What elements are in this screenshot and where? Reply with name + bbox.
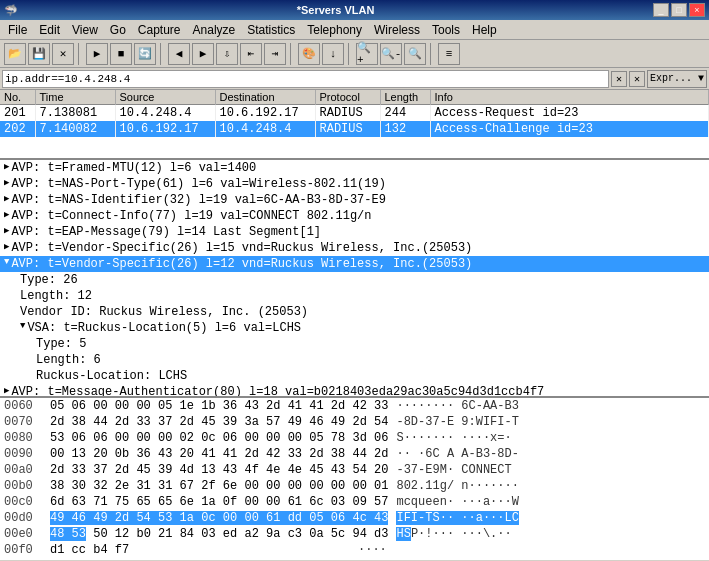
filter-bar: ✕ ✕ Expr... ▼: [0, 68, 709, 90]
stop-capture-button[interactable]: ■: [110, 43, 132, 65]
hex-line[interactable]: 00e048 53 50 12 b0 21 84 03 ed a2 9a c3 …: [0, 526, 709, 542]
menu-wireless[interactable]: Wireless: [368, 21, 426, 39]
close-button[interactable]: ×: [689, 3, 705, 17]
filter-input[interactable]: [2, 70, 609, 88]
filter-expr-label: Expr...: [650, 73, 692, 84]
menu-edit[interactable]: Edit: [33, 21, 66, 39]
menu-tools[interactable]: Tools: [426, 21, 466, 39]
menu-analyze[interactable]: Analyze: [187, 21, 242, 39]
col-source: Source: [115, 90, 215, 105]
hex-line[interactable]: 008053 06 06 00 00 00 02 0c 06 00 00 00 …: [0, 430, 709, 446]
save-button[interactable]: 💾: [28, 43, 50, 65]
open-button[interactable]: 📂: [4, 43, 26, 65]
detail-line[interactable]: Length: 12: [0, 288, 709, 304]
forward-button[interactable]: ▶: [192, 43, 214, 65]
detail-line[interactable]: ▶ AVP: t=Framed-MTU(12) l=6 val=1400: [0, 160, 709, 176]
goto-button[interactable]: ⇩: [216, 43, 238, 65]
hex-line[interactable]: 00b038 30 32 2e 31 31 67 2f 6e 00 00 00 …: [0, 478, 709, 494]
expand-icon[interactable]: ▶: [4, 193, 9, 204]
close-capture-button[interactable]: ✕: [52, 43, 74, 65]
packet-list-header: No. Time Source Destination Protocol Len…: [0, 90, 709, 105]
colorize-button[interactable]: 🎨: [298, 43, 320, 65]
toolbar-separator-3: [290, 43, 294, 65]
first-button[interactable]: ⇤: [240, 43, 262, 65]
col-info: Info: [430, 90, 709, 105]
detail-line[interactable]: ▶ AVP: t=Message-Authenticator(80) l=18 …: [0, 384, 709, 398]
col-protocol: Protocol: [315, 90, 380, 105]
title-bar-title: *Servers VLAN: [18, 4, 653, 16]
expand-icon[interactable]: ▶: [4, 385, 9, 396]
toolbar-separator-5: [430, 43, 434, 65]
detail-line[interactable]: ▶ AVP: t=NAS-Port-Type(61) l=6 val=Wirel…: [0, 176, 709, 192]
hex-line[interactable]: 006005 06 00 00 00 05 1e 1b 36 43 2d 41 …: [0, 398, 709, 414]
detail-line[interactable]: Length: 6: [0, 352, 709, 368]
hex-line[interactable]: 009000 13 20 0b 36 43 20 41 41 2d 42 33 …: [0, 446, 709, 462]
col-no: No.: [0, 90, 35, 105]
restart-capture-button[interactable]: 🔄: [134, 43, 156, 65]
toolbar-separator-4: [348, 43, 352, 65]
detail-line[interactable]: ▶ AVP: t=EAP-Message(79) l=14 Last Segme…: [0, 224, 709, 240]
start-capture-button[interactable]: ▶: [86, 43, 108, 65]
hex-line[interactable]: 00a02d 33 37 2d 45 39 4d 13 43 4f 4e 4e …: [0, 462, 709, 478]
toolbar-separator-1: [78, 43, 82, 65]
toolbar-separator-2: [160, 43, 164, 65]
col-length: Length: [380, 90, 430, 105]
detail-line[interactable]: ▼ AVP: t=Vendor-Specific(26) l=12 vnd=Ru…: [0, 256, 709, 272]
minimize-button[interactable]: _: [653, 3, 669, 17]
filter-clear-x-button[interactable]: ✕: [629, 71, 645, 87]
autoscroll-button[interactable]: ↓: [322, 43, 344, 65]
title-bar-controls: _ □ ×: [653, 3, 705, 17]
maximize-button[interactable]: □: [671, 3, 687, 17]
menu-bar: File Edit View Go Capture Analyze Statis…: [0, 20, 709, 40]
expand-icon[interactable]: ▶: [4, 177, 9, 188]
expand-icon[interactable]: ▶: [4, 161, 9, 172]
table-row[interactable]: 2027.14008210.6.192.1710.4.248.4RADIUS13…: [0, 121, 709, 137]
menu-file[interactable]: File: [2, 21, 33, 39]
toolbar: 📂 💾 ✕ ▶ ■ 🔄 ◀ ▶ ⇩ ⇤ ⇥ 🎨 ↓ 🔍+ 🔍- 🔍 ≡: [0, 40, 709, 68]
menu-capture[interactable]: Capture: [132, 21, 187, 39]
hex-line[interactable]: 00d049 46 49 2d 54 53 1a 0c 00 00 61 dd …: [0, 510, 709, 526]
menu-view[interactable]: View: [66, 21, 104, 39]
back-button[interactable]: ◀: [168, 43, 190, 65]
expand-icon[interactable]: ▶: [4, 241, 9, 252]
detail-line[interactable]: ▶ AVP: t=Vendor-Specific(26) l=15 vnd=Ru…: [0, 240, 709, 256]
menu-statistics[interactable]: Statistics: [241, 21, 301, 39]
collapse-icon[interactable]: ▼: [4, 257, 9, 267]
col-time: Time: [35, 90, 115, 105]
hex-line[interactable]: 00c06d 63 71 75 65 65 6e 1a 0f 00 00 61 …: [0, 494, 709, 510]
hex-line[interactable]: 00f0d1 cc b4 f7····: [0, 542, 709, 558]
menu-help[interactable]: Help: [466, 21, 503, 39]
packet-list: No. Time Source Destination Protocol Len…: [0, 90, 709, 160]
hex-dump: 006005 06 00 00 00 05 1e 1b 36 43 2d 41 …: [0, 398, 709, 560]
menu-telephony[interactable]: Telephony: [301, 21, 368, 39]
detail-line[interactable]: ▼ VSA: t=Ruckus-Location(5) l=6 val=LCHS: [0, 320, 709, 336]
filter-expr-dropdown[interactable]: Expr... ▼: [647, 70, 707, 88]
col-destination: Destination: [215, 90, 315, 105]
resize-columns-button[interactable]: ≡: [438, 43, 460, 65]
zoom-in-button[interactable]: 🔍+: [356, 43, 378, 65]
hex-line[interactable]: 00702d 38 44 2d 33 37 2d 45 39 3a 57 49 …: [0, 414, 709, 430]
detail-line[interactable]: ▶ AVP: t=NAS-Identifier(32) l=19 val=6C-…: [0, 192, 709, 208]
packet-detail: ▶ AVP: t=Framed-MTU(12) l=6 val=1400▶ AV…: [0, 160, 709, 398]
detail-line[interactable]: Vendor ID: Ruckus Wireless, Inc. (25053): [0, 304, 709, 320]
table-row[interactable]: 2017.13808110.4.248.410.6.192.17RADIUS24…: [0, 105, 709, 122]
last-button[interactable]: ⇥: [264, 43, 286, 65]
filter-expr-chevron-icon: ▼: [698, 73, 704, 84]
zoom-out-button[interactable]: 🔍-: [380, 43, 402, 65]
menu-go[interactable]: Go: [104, 21, 132, 39]
filter-clear-button[interactable]: ✕: [611, 71, 627, 87]
expand-icon[interactable]: ▶: [4, 225, 9, 236]
detail-line[interactable]: ▶ AVP: t=Connect-Info(77) l=19 val=CONNE…: [0, 208, 709, 224]
zoom-normal-button[interactable]: 🔍: [404, 43, 426, 65]
title-bar-icon: 🦈: [4, 4, 18, 17]
detail-line[interactable]: Type: 5: [0, 336, 709, 352]
detail-line[interactable]: Ruckus-Location: LCHS: [0, 368, 709, 384]
expand-icon[interactable]: ▶: [4, 209, 9, 220]
collapse-icon[interactable]: ▼: [20, 321, 25, 331]
detail-line[interactable]: Type: 26: [0, 272, 709, 288]
title-bar: 🦈 *Servers VLAN _ □ ×: [0, 0, 709, 20]
